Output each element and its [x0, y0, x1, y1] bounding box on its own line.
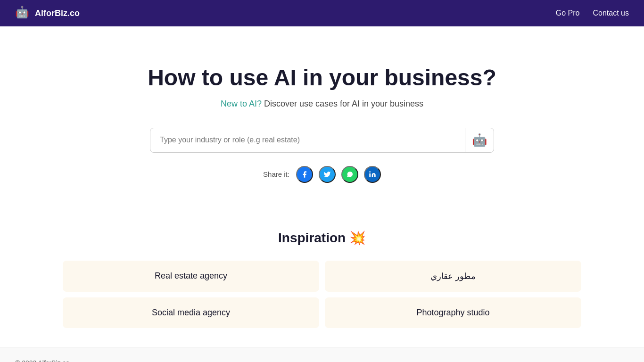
hero-subtitle: New to AI? Discover use cases for AI in …: [221, 99, 423, 109]
contact-link[interactable]: Contact us: [593, 9, 629, 17]
inspiration-card-photography[interactable]: Photography studio: [325, 297, 581, 328]
search-input[interactable]: [150, 129, 465, 151]
navbar: 🤖 AlforBiz.co Go Pro Contact us: [0, 0, 644, 26]
share-facebook-button[interactable]: [296, 166, 313, 183]
inspiration-section: Inspiration 💥 Real estate agency مطور عق…: [0, 202, 644, 347]
share-label: Share it:: [263, 170, 289, 178]
search-bar: 🤖: [150, 128, 494, 153]
footer: © 2023 AlforBiz.co: [0, 347, 644, 362]
hero-subtitle-rest: Discover use cases for AI in your busine…: [262, 99, 423, 108]
share-whatsapp-button[interactable]: [341, 166, 358, 183]
hero-section: How to use AI in your business? New to A…: [0, 26, 644, 202]
share-row: Share it:: [263, 166, 381, 183]
share-icons: [296, 166, 381, 183]
share-twitter-button[interactable]: [319, 166, 336, 183]
navbar-links: Go Pro Contact us: [556, 9, 629, 17]
search-robot-icon: 🤖: [472, 133, 487, 148]
footer-copyright: © 2023 AlforBiz.co: [15, 359, 69, 362]
inspiration-card-social-media[interactable]: Social media agency: [63, 297, 319, 328]
brand-name: AlforBiz.co: [35, 8, 80, 18]
inspiration-card-arabic-developer[interactable]: مطور عقاري: [325, 261, 581, 292]
share-linkedin-button[interactable]: [364, 166, 381, 183]
search-submit-button[interactable]: 🤖: [465, 128, 494, 152]
inspiration-title: Inspiration 💥: [38, 230, 606, 246]
hero-subtitle-highlight: New to AI?: [221, 99, 262, 108]
go-pro-link[interactable]: Go Pro: [556, 9, 580, 17]
brand-link[interactable]: 🤖 AlforBiz.co: [15, 6, 80, 21]
hero-title: How to use AI in your business?: [148, 64, 496, 91]
inspiration-card-real-estate[interactable]: Real estate agency: [63, 261, 319, 292]
svg-point-0: [369, 171, 371, 173]
inspiration-grid: Real estate agency مطور عقاري Social med…: [63, 261, 581, 328]
brand-robot-icon: 🤖: [15, 6, 30, 21]
